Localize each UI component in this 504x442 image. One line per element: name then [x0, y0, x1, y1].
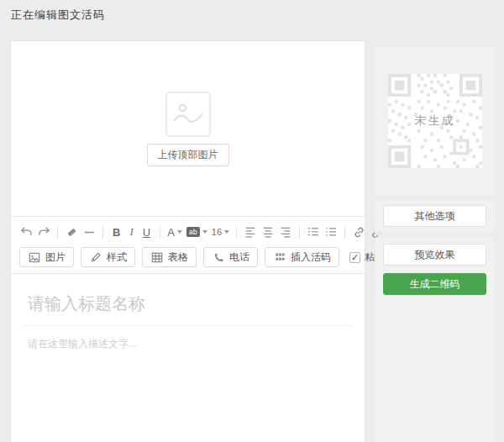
format-toolbar-row: B I U A ab 16 [19, 222, 356, 242]
generate-qr-button[interactable]: 生成二维码 [383, 273, 486, 295]
toolbar-separator [344, 226, 345, 239]
editor-panel: 上传顶部图片 B I U [10, 40, 365, 442]
article-content-area: 请输入标题名称 请在这里输入描述文字... [11, 274, 365, 362]
editor-toolbar: B I U A ab 16 [11, 216, 365, 274]
table-icon [150, 250, 164, 264]
phone-icon [212, 250, 225, 264]
options-section: 其他选项 [375, 200, 494, 232]
undo-icon[interactable] [19, 225, 33, 239]
align-left-icon[interactable] [244, 225, 257, 239]
bg-color-badge: ab [186, 227, 200, 237]
screen: 正在编辑图文活码 上传顶部图片 [0, 0, 504, 442]
sidebar: 未生成 其他选项 预览效果 生成二维码 [375, 46, 494, 442]
italic-button[interactable]: I [127, 225, 135, 239]
font-size-value: 16 [212, 227, 222, 237]
paste-keep-format-checkbox[interactable] [349, 252, 360, 263]
chevron-down-icon [202, 230, 207, 234]
page-title: 正在编辑图文活码 [0, 0, 116, 30]
align-center-icon[interactable] [261, 225, 275, 239]
font-color-dropdown[interactable]: A [167, 226, 182, 239]
toolbar-separator [160, 226, 160, 239]
font-size-dropdown[interactable]: 16 [212, 227, 229, 237]
insert-button-label: 表格 [168, 250, 188, 265]
other-options-button[interactable]: 其他选项 [383, 205, 486, 227]
toolbar-separator [236, 226, 237, 239]
insert-table-button[interactable]: 表格 [142, 247, 197, 267]
upload-top-image-button[interactable]: 上传顶部图片 [147, 144, 229, 166]
insert-button-label: 图片 [45, 250, 66, 265]
bold-button[interactable]: B [110, 226, 123, 239]
ordered-list-icon[interactable] [307, 225, 320, 239]
qr-blocks-icon [273, 250, 286, 264]
image-placeholder-icon [165, 92, 211, 137]
brush-icon [89, 250, 102, 264]
link-icon[interactable] [352, 225, 365, 239]
insert-button-label: 样式 [107, 250, 127, 265]
qr-panel: 未生成 [375, 46, 494, 195]
clear-format-icon[interactable] [65, 225, 78, 239]
font-color-label: A [167, 226, 175, 239]
align-right-icon[interactable] [279, 225, 292, 239]
underline-button[interactable]: U [140, 226, 153, 239]
description-input[interactable]: 请在这里输入描述文字... [11, 326, 365, 362]
insert-style-button[interactable]: 样式 [81, 247, 135, 267]
insert-live-code-button[interactable]: 插入活码 [265, 247, 339, 267]
toolbar-separator [57, 226, 58, 239]
bg-color-dropdown[interactable]: ab [186, 227, 207, 237]
actions-section: 预览效果 生成二维码 [375, 237, 494, 442]
title-input[interactable]: 请输入标题名称 [11, 274, 365, 325]
redo-icon[interactable] [37, 225, 50, 239]
insert-button-label: 电话 [229, 250, 249, 265]
image-icon [28, 250, 41, 264]
insert-button-label: 插入活码 [291, 250, 331, 265]
insert-phone-button[interactable]: 电话 [203, 247, 258, 267]
unordered-list-icon[interactable] [324, 225, 338, 239]
horizontal-rule-icon[interactable] [82, 225, 96, 239]
top-image-upload-area: 上传顶部图片 [11, 41, 365, 216]
insert-toolbar-row: 图片 样式 表格 电话 [19, 247, 356, 267]
insert-image-button[interactable]: 图片 [19, 247, 74, 267]
qr-status-text: 未生成 [388, 113, 482, 129]
toolbar-separator [102, 226, 103, 239]
preview-button[interactable]: 预览效果 [383, 244, 486, 266]
chevron-down-icon [177, 230, 182, 234]
toolbar-separator [299, 226, 300, 239]
chevron-down-icon [224, 230, 229, 234]
qr-code-placeholder: 未生成 [388, 74, 482, 168]
